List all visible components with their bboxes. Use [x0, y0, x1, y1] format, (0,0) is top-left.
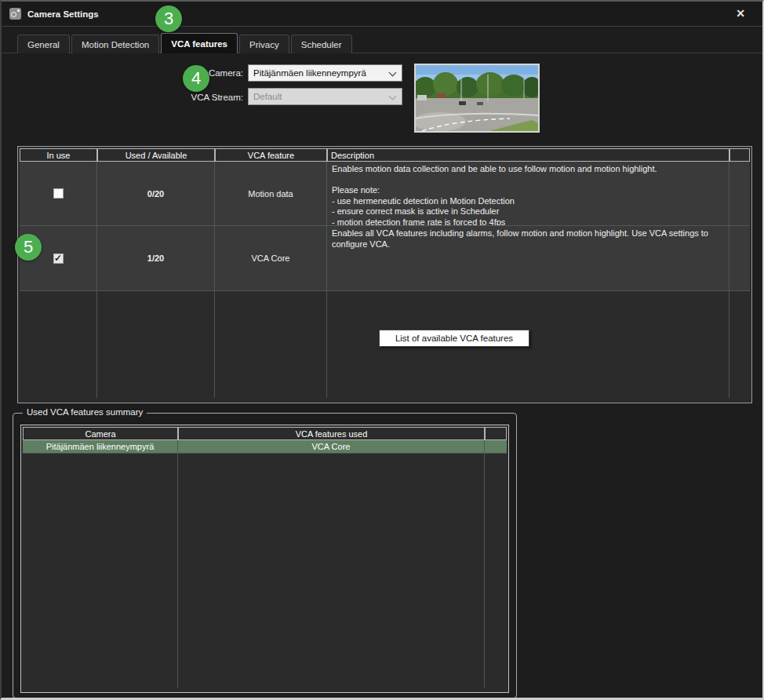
used-vca-summary-group: Used VCA features summary Camera VCA fea… [13, 413, 517, 698]
header-spacer [729, 148, 750, 162]
summary-header-camera: Camera [23, 427, 178, 440]
annotation-badge-4: 4 [183, 65, 209, 92]
tab-general[interactable]: General [17, 35, 70, 53]
header-used-available: Used / Available [97, 148, 215, 162]
summary-table: Camera VCA features used Pitäjänmäen lii… [20, 425, 509, 693]
camera-icon-dot [17, 9, 20, 12]
empty-cell [20, 291, 97, 398]
empty-cell [97, 291, 215, 398]
vca-stream-select: Default [248, 88, 402, 105]
empty-cell [729, 291, 750, 398]
chevron-down-icon [389, 93, 397, 100]
header-vca-feature: VCA feature [215, 148, 327, 162]
tab-scheduler[interactable]: Scheduler [291, 35, 352, 53]
camera-select[interactable]: Pitäjänmäen liikenneympyrä [248, 64, 402, 82]
tooltip: List of available VCA features [379, 330, 529, 347]
camera-icon-ring [11, 12, 16, 17]
empty-cell [178, 454, 485, 687]
chevron-down-icon [389, 69, 397, 77]
tab-vca-features[interactable]: VCA features [161, 33, 238, 53]
camera-preview-thumbnail [414, 64, 540, 133]
roundabout-scene [416, 65, 538, 131]
row-spacer [729, 226, 750, 291]
summary-header-spacer [485, 427, 507, 440]
camera-icon [9, 8, 21, 20]
window-title: Camera Settings [27, 9, 99, 19]
row-spacer [729, 162, 750, 226]
annotation-badge-3: 3 [155, 5, 182, 32]
title-bar: Camera Settings ✕ [2, 2, 762, 27]
vca-feature-table: In use Used / Available VCA feature Desc… [17, 146, 752, 403]
summary-header-features-used: VCA features used [178, 427, 485, 440]
motion-data-usage: 0/20 [97, 162, 215, 226]
tab-bar: General Motion Detection VCA features Pr… [17, 33, 352, 53]
header-in-use: In use [20, 148, 97, 162]
table-row-motion-data-inuse-cell [20, 162, 97, 226]
vca-stream-label: VCA Stream: [141, 93, 243, 102]
summary-table-body: Pitäjänmäen liikenneympyrä VCA Core [23, 440, 507, 687]
tab-motion-detection[interactable]: Motion Detection [71, 35, 159, 53]
summary-table-header: Camera VCA features used [23, 427, 507, 440]
motion-data-description: Enables motion data collection and be ab… [327, 162, 729, 226]
summary-row-spacer[interactable] [485, 440, 507, 454]
camera-settings-dialog: Camera Settings ✕ General Motion Detecti… [0, 0, 764, 700]
summary-row-features-used[interactable]: VCA Core [178, 440, 485, 454]
motion-data-checkbox[interactable] [53, 188, 64, 199]
header-description: Description [327, 148, 729, 162]
motion-data-feature-name: Motion data [215, 162, 327, 226]
annotation-badge-5: 5 [15, 234, 42, 261]
close-icon[interactable]: ✕ [736, 7, 745, 20]
empty-cell [215, 291, 327, 398]
vca-core-description: Enables all VCA features including alarm… [327, 226, 729, 291]
feature-table-body: 0/20 Motion data Enables motion data col… [20, 162, 750, 398]
tab-privacy[interactable]: Privacy [239, 35, 289, 53]
empty-cell [485, 454, 507, 687]
group-title: Used VCA features summary [23, 407, 147, 417]
vca-core-checkbox[interactable]: ✓ [53, 253, 64, 264]
vca-core-usage: 1/20 [97, 226, 215, 291]
vca-stream-select-value: Default [253, 92, 282, 101]
camera-select-value: Pitäjänmäen liikenneympyrä [253, 68, 366, 78]
vca-core-feature-name: VCA Core [215, 226, 327, 291]
summary-row-camera[interactable]: Pitäjänmäen liikenneympyrä [23, 440, 178, 454]
feature-table-header: In use Used / Available VCA feature Desc… [20, 148, 750, 162]
empty-cell [23, 454, 178, 687]
